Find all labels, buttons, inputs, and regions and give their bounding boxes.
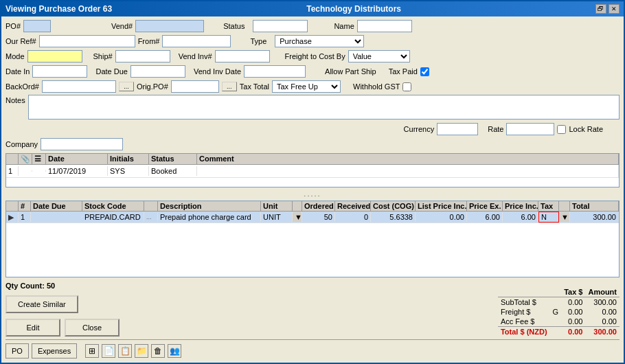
po-tab-btn[interactable]: PO xyxy=(5,343,29,359)
col-price-inc: Price Inc. xyxy=(503,201,538,211)
bottom-area: Qty Count: 50 Create Similar Edit Close … xyxy=(5,280,620,338)
summary-table: Tax $ Amount SubTotal $ 0.00 300.00 Frei… xyxy=(498,287,620,337)
from-label: From# xyxy=(138,37,160,45)
row-price-ex-cell: 6.00 xyxy=(467,212,503,222)
row-stock-code-cell: PREPAID.CARD xyxy=(82,212,144,222)
name-field[interactable]: SYS xyxy=(357,20,412,32)
vend-inv-field[interactable] xyxy=(215,50,270,62)
name-label: Name xyxy=(334,22,354,30)
expenses-tab-btn[interactable]: Expenses xyxy=(32,343,77,359)
row-price-inc-cell: 6.00 xyxy=(503,212,538,222)
row-unit-cell: UNIT xyxy=(261,212,293,222)
date-in-label: Date In xyxy=(5,67,30,76)
log-col-num xyxy=(6,154,19,164)
lock-rate-checkbox[interactable] xyxy=(557,125,566,134)
items-grid-row[interactable]: ▶ 1 PREPAID.CARD ... Prepaid phone charg… xyxy=(6,212,619,223)
vend-inv-date-field[interactable] xyxy=(244,65,306,78)
mode-field[interactable]: ACTIVE xyxy=(27,50,82,62)
notes-textarea[interactable] xyxy=(28,95,620,120)
vend-field[interactable]: TECHDIST xyxy=(135,20,204,32)
orig-po-field[interactable]: 63 xyxy=(171,80,219,93)
orig-po-dots-btn[interactable]: ... xyxy=(222,82,237,91)
summary-row-subtotal: SubTotal $ 0.00 300.00 xyxy=(498,297,620,308)
tax-total-label: Tax Total xyxy=(240,82,269,91)
left-bottom: Qty Count: 50 Create Similar Edit Close xyxy=(5,282,120,337)
close-button[interactable]: ✕ xyxy=(609,4,620,14)
form-row-3: Mode ACTIVE Ship# SYS Vend Inv# Freight … xyxy=(5,49,620,63)
row-ordered-cell: 50 xyxy=(302,212,335,222)
date-in-field[interactable]: 11/07/2019 xyxy=(32,65,87,78)
ship-field[interactable]: SYS xyxy=(115,50,170,62)
accfee-tax: 0.00 xyxy=(561,317,585,327)
col-stock-code: Stock Code xyxy=(82,201,144,211)
lock-rate-label: Lock Rate xyxy=(569,125,603,133)
our-ref-field[interactable] xyxy=(39,35,135,47)
company-row: Company HAPPEN xyxy=(5,137,620,151)
from-field[interactable]: TECHDIST xyxy=(162,35,231,47)
main-window: Viewing Purchase Order 63 Technology Dis… xyxy=(0,0,625,364)
row-stock-dots-cell[interactable]: ... xyxy=(144,213,158,221)
col-list-price: List Price Inc. xyxy=(416,201,467,211)
notes-label: Notes xyxy=(5,96,25,104)
items-grid: # Date Due Stock Code Description Unit O… xyxy=(5,201,620,277)
tax-paid-label: Tax Paid xyxy=(389,67,418,76)
col-description: Description xyxy=(158,201,261,211)
close-button[interactable]: Close xyxy=(65,319,120,337)
summary-col-amount-header: Amount xyxy=(585,287,620,297)
users-icon[interactable]: 👥 xyxy=(168,344,181,358)
subtotal-amount: 300.00 xyxy=(585,297,620,308)
accfee-label: Acc Fee $ xyxy=(498,317,550,327)
log-cell-note xyxy=(32,170,46,172)
qty-count-row: Qty Count: 50 xyxy=(5,282,120,290)
log-cell-initials: SYS xyxy=(108,166,149,176)
row-total-cell: 300.00 xyxy=(570,212,619,222)
row-tax-dropdown[interactable]: ▼ xyxy=(559,212,570,222)
restore-button[interactable]: 🗗 xyxy=(595,4,606,14)
log-cell-status: Booked xyxy=(149,166,197,176)
allow-part-ship-label: Allow Part Ship xyxy=(325,67,376,76)
company-field[interactable]: HAPPEN xyxy=(41,138,123,150)
po-field[interactable]: 63 xyxy=(23,20,51,32)
grid-icon[interactable]: ⊞ xyxy=(85,344,99,358)
log-cell-attach xyxy=(19,170,32,172)
our-ref-label: Our Ref# xyxy=(5,37,36,45)
paste-icon[interactable]: 📁 xyxy=(135,344,148,358)
form-row-1: PO# 63 Vend# TECHDIST Status Booked Name… xyxy=(5,19,620,33)
backord-dots-btn[interactable]: ... xyxy=(119,82,134,91)
tax-total-select[interactable]: Tax Free Up xyxy=(272,80,341,93)
action-buttons: Create Similar xyxy=(5,295,120,313)
row-description-cell: Prepaid phone charge card xyxy=(158,212,261,222)
status-field[interactable]: Booked xyxy=(253,20,308,32)
col-num: # xyxy=(19,201,31,211)
row-unit-dropdown[interactable]: ▼ xyxy=(293,212,302,222)
log-col-attach: 📎 xyxy=(19,154,32,164)
total-code xyxy=(550,327,562,337)
dotted-separator: ..... xyxy=(5,190,620,198)
col-total: Total xyxy=(570,201,619,211)
log-cell-num: 1 xyxy=(6,166,19,176)
subtotal-label: SubTotal $ xyxy=(498,297,550,308)
edit-button[interactable]: Edit xyxy=(5,319,60,337)
type-select[interactable]: Purchase xyxy=(275,35,364,47)
withhold-gst-checkbox[interactable] xyxy=(402,82,411,91)
freight-select[interactable]: Value xyxy=(348,50,410,62)
log-cell-comment[interactable] xyxy=(197,165,619,177)
tax-paid-checkbox[interactable] xyxy=(420,67,429,76)
rate-field[interactable]: 1.0650 xyxy=(506,123,554,135)
vend-inv-label: Vend Inv# xyxy=(179,52,212,60)
subtotal-code xyxy=(550,297,562,308)
delete-icon[interactable]: 🗑 xyxy=(151,344,165,358)
orig-po-label: Orig.PO# xyxy=(137,82,168,91)
copy-icon[interactable]: 📋 xyxy=(118,344,132,358)
log-comment-input[interactable] xyxy=(199,166,616,177)
date-due-field[interactable]: 11/07/2019 xyxy=(130,65,185,78)
form-row-5: BackOrd# ... Orig.PO# 63 ... Tax Total T… xyxy=(5,80,620,93)
document-icon[interactable]: 📄 xyxy=(102,344,115,358)
accfee-amount: 0.00 xyxy=(585,317,620,327)
currency-field[interactable]: NZD xyxy=(437,123,478,135)
row-list-price-cell: 0.00 xyxy=(416,212,467,222)
create-similar-button[interactable]: Create Similar xyxy=(5,295,78,313)
backord-field[interactable] xyxy=(42,80,116,93)
freight-label: Freight to Cost By xyxy=(285,52,345,60)
log-area: 📎 ☰ Date Initials Status Comment 1 11/07… xyxy=(5,153,620,187)
